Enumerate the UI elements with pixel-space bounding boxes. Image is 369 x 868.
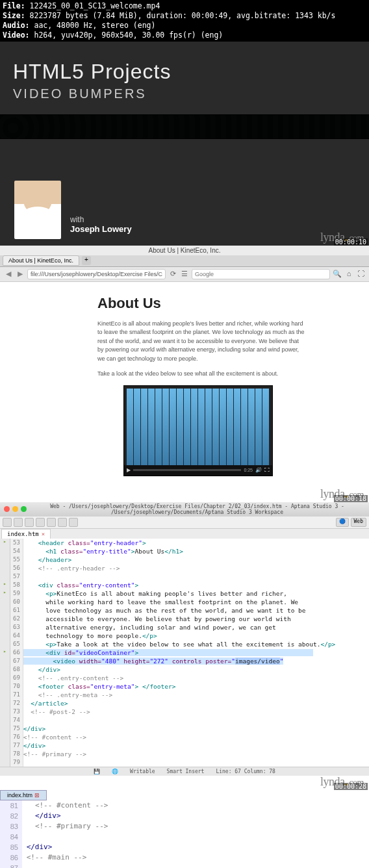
editor-tab[interactable]: index.htm ⊠ <box>0 790 47 800</box>
bitrate-label: avg.bitrate: <box>236 11 290 20</box>
close-tab-icon[interactable]: × <box>42 531 45 537</box>
ide-titlebar: Web - /Users/josephlowery/Desktop/Exerci… <box>0 502 369 517</box>
perspective-web-button[interactable]: Web <box>351 518 366 527</box>
video-player[interactable]: ▶ 0:25 🔊 ⛶ <box>123 385 273 476</box>
status-writable: Writable <box>130 769 155 774</box>
reload-icon[interactable]: ⟳ <box>168 270 177 279</box>
ide-window-title: Web - /Users/josephlowery/Desktop/Exerci… <box>29 504 365 515</box>
video-poster <box>127 389 270 465</box>
status-globe-icon[interactable]: 🌐 <box>112 769 118 774</box>
with-label: with <box>70 215 132 224</box>
address-input[interactable] <box>27 269 166 279</box>
toolbar-button[interactable] <box>14 518 23 527</box>
toolbar-button[interactable] <box>69 518 78 527</box>
toolbar-button[interactable] <box>47 518 56 527</box>
code-editor[interactable]: ▸▸▸▸ 53545556575859606162636465666768697… <box>0 539 369 767</box>
line-gutter: 8182838485868788899091929394959697989910… <box>0 800 22 868</box>
size-value: 8223787 bytes (7.84 MiB) <box>30 11 138 20</box>
course-subtitle: VIDEO BUMPERS <box>13 86 356 101</box>
browser-window: About Us | KinetEco, Inc. About Us | Kin… <box>0 246 369 502</box>
page-paragraph-1: KinetEco is all about making people's li… <box>97 320 305 364</box>
search-input[interactable] <box>192 269 330 279</box>
audio-value: aac, 48000 Hz, stereo (eng) <box>34 21 155 30</box>
file-name: 122425_00_01_SC13_welcome.mp4 <box>30 1 160 10</box>
presenter-block: with Joseph Lowery <box>14 181 132 239</box>
video-value: h264, yuv420p, 960x540, 30.00 fps(r) (en… <box>34 31 223 40</box>
timecode: 00:00:10 <box>334 238 368 246</box>
line-gutter: 5354555657585960616263646566676869707172… <box>10 539 23 767</box>
fullscreen-icon[interactable]: ⛶ <box>356 270 365 279</box>
file-label: File: <box>3 1 25 10</box>
browser-urlbar: ◀ ▶ ⟳ ☰ 🔍 ⌂ ⛶ <box>0 267 369 282</box>
timecode: 00:00:28 <box>334 783 368 790</box>
course-title: HTML5 Projects <box>13 60 356 84</box>
browser-tab[interactable]: About Us | KinetEco, Inc. <box>3 255 79 266</box>
toolbar-button[interactable] <box>3 518 12 527</box>
bitrate-value: 1343 kb/s <box>295 11 335 20</box>
minimize-icon[interactable] <box>12 506 18 512</box>
video-controls: ▶ 0:25 🔊 ⛶ <box>124 465 272 476</box>
home-icon[interactable]: ⌂ <box>344 270 353 279</box>
fullscreen-video-icon[interactable]: ⛶ <box>264 467 270 473</box>
video-label: Video: <box>3 31 30 40</box>
editor-tab[interactable]: index.htm× <box>1 529 51 539</box>
perspective-app-button[interactable]: 🔵 <box>336 518 349 527</box>
page-content: About Us KinetEco is all about making pe… <box>0 282 369 488</box>
presenter-photo <box>14 181 61 239</box>
toolbar-button[interactable] <box>25 518 34 527</box>
back-button[interactable]: ◀ <box>4 270 13 279</box>
browser-titlebar: About Us | KinetEco, Inc. <box>0 246 369 255</box>
code-text[interactable]: <!-- #content --> </div> <!-- #primary -… <box>22 800 369 868</box>
volume-icon[interactable]: 🔊 <box>255 467 262 473</box>
search-icon[interactable]: 🔍 <box>333 270 342 279</box>
toolbar-button[interactable] <box>36 518 45 527</box>
media-info-overlay: File: 122425_00_01_SC13_welcome.mp4 Size… <box>0 0 369 42</box>
title-card: HTML5 Projects VIDEO BUMPERS with Joseph… <box>0 42 369 246</box>
progress-bar[interactable] <box>133 469 241 471</box>
status-insert: Smart Insert <box>167 769 205 774</box>
close-icon[interactable] <box>4 506 10 512</box>
status-position: Line: 67 Column: 78 <box>216 769 275 774</box>
zoom-icon[interactable] <box>21 506 27 512</box>
close-tab-icon[interactable]: ⊠ <box>34 792 40 798</box>
forward-button[interactable]: ▶ <box>16 270 25 279</box>
audio-label: Audio: <box>3 21 30 30</box>
toolbar-button[interactable] <box>58 518 67 527</box>
decorative-band <box>0 114 369 139</box>
ide-statusbar: 💾 🌐 Writable Smart Insert Line: 67 Colum… <box>0 767 369 776</box>
timecode: 00:00:18 <box>334 495 368 502</box>
ide-toolbar: 🔵 Web <box>0 517 369 529</box>
fold-gutter: ▸▸▸▸ <box>0 539 10 767</box>
page-paragraph-2: Take a look at the video below to see wh… <box>97 370 305 379</box>
video-time: 0:25 <box>244 468 253 472</box>
code-text[interactable]: <header class="entry-header"> <h1 class=… <box>23 539 369 767</box>
status-save-icon[interactable]: 💾 <box>94 769 100 774</box>
browser-tabbar: About Us | KinetEco, Inc. + <box>0 255 369 267</box>
page-heading: About Us <box>97 295 330 312</box>
size-label: Size: <box>3 11 25 20</box>
presenter-name: Joseph Lowery <box>70 224 132 234</box>
duration-label: duration: <box>147 11 187 20</box>
reader-icon[interactable]: ☰ <box>180 270 189 279</box>
play-icon[interactable]: ▶ <box>127 467 131 473</box>
new-tab-button[interactable]: + <box>82 256 91 265</box>
editor-2: index.htm ⊠ 8182838485868788899091929394… <box>0 790 369 868</box>
code-editor-2[interactable]: 8182838485868788899091929394959697989910… <box>0 800 369 868</box>
duration-value: 00:00:49 <box>192 11 227 20</box>
ide-window: Web - /Users/josephlowery/Desktop/Exerci… <box>0 502 369 790</box>
